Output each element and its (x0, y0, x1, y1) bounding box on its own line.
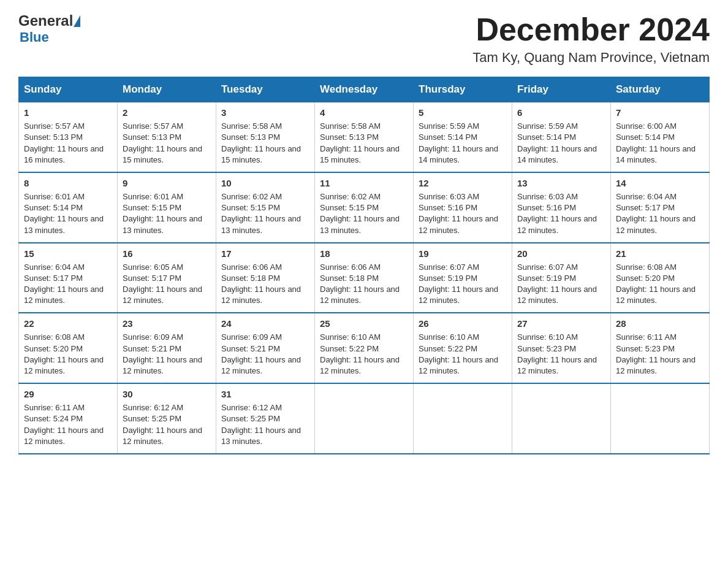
calendar-cell: 7Sunrise: 6:00 AMSunset: 5:14 PMDaylight… (611, 102, 710, 172)
daylight-text: Daylight: 11 hours and 12 minutes. (123, 355, 202, 375)
sunset-text: Sunset: 5:13 PM (320, 132, 379, 142)
sunrise-text: Sunrise: 5:57 AM (123, 121, 183, 131)
calendar-col-tuesday: Tuesday (216, 77, 315, 102)
day-number: 10 (221, 177, 309, 190)
sunrise-text: Sunrise: 6:12 AM (123, 403, 183, 412)
sunrise-text: Sunrise: 6:10 AM (517, 332, 578, 342)
day-number: 25 (320, 317, 408, 330)
sunset-text: Sunset: 5:16 PM (517, 203, 576, 212)
sunset-text: Sunset: 5:13 PM (221, 132, 280, 142)
calendar-cell: 22Sunrise: 6:08 AMSunset: 5:20 PMDayligh… (19, 313, 118, 383)
sunrise-text: Sunrise: 6:01 AM (123, 192, 183, 201)
sunset-text: Sunset: 5:20 PM (24, 344, 83, 353)
calendar-cell: 27Sunrise: 6:10 AMSunset: 5:23 PMDayligh… (512, 313, 611, 383)
calendar-col-friday: Friday (512, 77, 611, 102)
day-number: 18 (320, 247, 408, 260)
sunset-text: Sunset: 5:14 PM (24, 203, 83, 212)
day-number: 7 (616, 106, 704, 119)
calendar-body: 1Sunrise: 5:57 AMSunset: 5:13 PMDaylight… (19, 102, 710, 454)
daylight-text: Daylight: 11 hours and 12 minutes. (320, 285, 400, 305)
sunrise-text: Sunrise: 6:04 AM (616, 192, 677, 201)
sunset-text: Sunset: 5:15 PM (320, 203, 379, 212)
day-number: 11 (320, 177, 408, 190)
sunrise-text: Sunrise: 6:06 AM (320, 262, 381, 272)
calendar-cell: 26Sunrise: 6:10 AMSunset: 5:22 PMDayligh… (414, 313, 512, 383)
calendar-cell: 17Sunrise: 6:06 AMSunset: 5:18 PMDayligh… (216, 243, 315, 313)
sunrise-text: Sunrise: 6:05 AM (123, 262, 183, 272)
daylight-text: Daylight: 11 hours and 13 minutes. (221, 214, 301, 234)
calendar-cell: 18Sunrise: 6:06 AMSunset: 5:18 PMDayligh… (315, 243, 414, 313)
calendar-col-wednesday: Wednesday (315, 77, 414, 102)
sunrise-text: Sunrise: 6:11 AM (24, 403, 85, 412)
daylight-text: Daylight: 11 hours and 14 minutes. (616, 144, 696, 164)
sunrise-text: Sunrise: 6:09 AM (221, 332, 282, 342)
day-number: 22 (24, 317, 112, 330)
sunrise-text: Sunrise: 6:06 AM (221, 262, 282, 272)
calendar-cell (512, 383, 611, 454)
sunrise-text: Sunrise: 5:58 AM (221, 121, 282, 131)
calendar-header: SundayMondayTuesdayWednesdayThursdayFrid… (19, 77, 710, 102)
calendar-cell: 11Sunrise: 6:02 AMSunset: 5:15 PMDayligh… (315, 172, 414, 243)
daylight-text: Daylight: 11 hours and 15 minutes. (320, 144, 400, 164)
calendar-col-thursday: Thursday (414, 77, 512, 102)
sunset-text: Sunset: 5:18 PM (221, 274, 280, 283)
daylight-text: Daylight: 11 hours and 12 minutes. (517, 214, 597, 234)
calendar-cell: 13Sunrise: 6:03 AMSunset: 5:16 PMDayligh… (512, 172, 611, 243)
sunrise-text: Sunrise: 6:11 AM (616, 332, 677, 342)
daylight-text: Daylight: 11 hours and 12 minutes. (123, 285, 202, 305)
calendar-cell: 2Sunrise: 5:57 AMSunset: 5:13 PMDaylight… (118, 102, 216, 172)
daylight-text: Daylight: 11 hours and 14 minutes. (419, 144, 498, 164)
calendar-cell: 16Sunrise: 6:05 AMSunset: 5:17 PMDayligh… (118, 243, 216, 313)
daylight-text: Daylight: 11 hours and 12 minutes. (320, 355, 400, 375)
day-number: 23 (123, 317, 211, 330)
day-number: 2 (123, 106, 211, 119)
calendar-table: SundayMondayTuesdayWednesdayThursdayFrid… (18, 77, 710, 454)
sunset-text: Sunset: 5:14 PM (517, 132, 576, 142)
sunset-text: Sunset: 5:14 PM (616, 132, 675, 142)
calendar-week-3: 15Sunrise: 6:04 AMSunset: 5:17 PMDayligh… (19, 243, 710, 313)
sunset-text: Sunset: 5:13 PM (24, 132, 83, 142)
calendar-col-monday: Monday (118, 77, 216, 102)
day-number: 19 (419, 247, 507, 260)
sunset-text: Sunset: 5:25 PM (123, 414, 181, 423)
day-number: 12 (419, 177, 507, 190)
daylight-text: Daylight: 11 hours and 12 minutes. (123, 426, 202, 446)
sunrise-text: Sunrise: 5:59 AM (419, 121, 479, 131)
sunrise-text: Sunrise: 6:09 AM (123, 332, 183, 342)
daylight-text: Daylight: 11 hours and 12 minutes. (616, 355, 696, 375)
calendar-cell: 10Sunrise: 6:02 AMSunset: 5:15 PMDayligh… (216, 172, 315, 243)
calendar-cell: 23Sunrise: 6:09 AMSunset: 5:21 PMDayligh… (118, 313, 216, 383)
calendar-cell: 12Sunrise: 6:03 AMSunset: 5:16 PMDayligh… (414, 172, 512, 243)
daylight-text: Daylight: 11 hours and 12 minutes. (221, 355, 301, 375)
sunrise-text: Sunrise: 6:10 AM (320, 332, 381, 342)
logo-triangle-icon (74, 15, 80, 27)
sunset-text: Sunset: 5:15 PM (123, 203, 181, 212)
daylight-text: Daylight: 11 hours and 13 minutes. (123, 214, 202, 234)
calendar-cell: 5Sunrise: 5:59 AMSunset: 5:14 PMDaylight… (414, 102, 512, 172)
calendar-cell: 21Sunrise: 6:08 AMSunset: 5:20 PMDayligh… (611, 243, 710, 313)
sunrise-text: Sunrise: 6:02 AM (221, 192, 282, 201)
sunrise-text: Sunrise: 6:03 AM (419, 192, 479, 201)
daylight-text: Daylight: 11 hours and 13 minutes. (320, 214, 400, 234)
title-block: December 2024 Tam Ky, Quang Nam Province… (472, 12, 710, 66)
calendar-header-row: SundayMondayTuesdayWednesdayThursdayFrid… (19, 77, 710, 102)
sunset-text: Sunset: 5:14 PM (419, 132, 477, 142)
sunrise-text: Sunrise: 5:58 AM (320, 121, 381, 131)
sunrise-text: Sunrise: 6:07 AM (419, 262, 479, 272)
calendar-week-5: 29Sunrise: 6:11 AMSunset: 5:24 PMDayligh… (19, 383, 710, 454)
calendar-week-4: 22Sunrise: 6:08 AMSunset: 5:20 PMDayligh… (19, 313, 710, 383)
sunrise-text: Sunrise: 6:08 AM (616, 262, 677, 272)
daylight-text: Daylight: 11 hours and 12 minutes. (616, 214, 696, 234)
day-number: 24 (221, 317, 309, 330)
calendar-cell (414, 383, 512, 454)
sunrise-text: Sunrise: 6:10 AM (419, 332, 479, 342)
calendar-cell: 19Sunrise: 6:07 AMSunset: 5:19 PMDayligh… (414, 243, 512, 313)
sunrise-text: Sunrise: 6:02 AM (320, 192, 381, 201)
daylight-text: Daylight: 11 hours and 12 minutes. (221, 285, 301, 305)
daylight-text: Daylight: 11 hours and 12 minutes. (24, 285, 104, 305)
day-number: 14 (616, 177, 704, 190)
daylight-text: Daylight: 11 hours and 12 minutes. (517, 285, 597, 305)
calendar-cell: 31Sunrise: 6:12 AMSunset: 5:25 PMDayligh… (216, 383, 315, 454)
sunset-text: Sunset: 5:19 PM (419, 274, 477, 283)
daylight-text: Daylight: 11 hours and 14 minutes. (517, 144, 597, 164)
